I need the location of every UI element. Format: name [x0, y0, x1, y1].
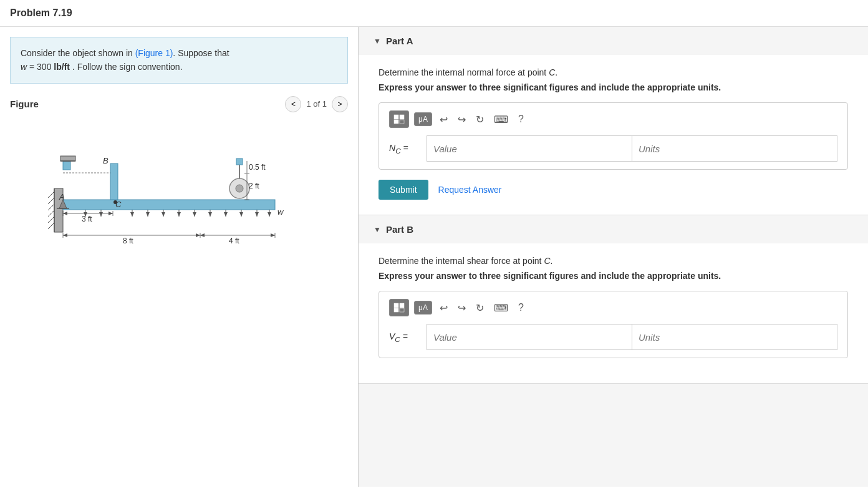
svg-marker-68	[239, 212, 243, 217]
figure-header: Figure < 1 of 1 >	[10, 96, 348, 112]
svg-rect-80	[400, 120, 404, 124]
page-title: Problem 7.19	[0, 0, 868, 27]
svg-line-2	[48, 192, 54, 198]
part-b-help-icon: ?	[518, 302, 524, 313]
part-b-input-group	[427, 324, 837, 350]
svg-point-21	[236, 185, 243, 192]
part-a-section: ▼ Part A Determine the internal normal f…	[359, 27, 868, 215]
part-a-input-group	[427, 135, 837, 162]
redo-button[interactable]: ↪	[455, 112, 468, 127]
svg-line-6	[48, 217, 54, 223]
part-b-chevron: ▼	[374, 225, 381, 234]
svg-text:A: A	[59, 192, 65, 202]
figure-canvas: A B	[10, 120, 348, 263]
part-b-keyboard-button[interactable]: ⌨	[491, 301, 511, 315]
svg-marker-45	[271, 233, 275, 237]
figure-page-indicator: 1 of 1	[306, 99, 327, 109]
undo-button[interactable]: ↩	[437, 112, 450, 127]
svg-rect-11	[110, 163, 118, 200]
part-a-action-row: Submit Request Answer	[379, 180, 848, 200]
svg-text:3 ft: 3 ft	[82, 215, 92, 223]
part-a-instruction: Express your answer to three significant…	[379, 82, 848, 92]
part-b-refresh-button[interactable]: ↻	[473, 301, 486, 315]
part-b-undo-button[interactable]: ↩	[437, 301, 450, 315]
svg-marker-40	[196, 233, 200, 237]
part-b-mu-button[interactable]: μΑ	[414, 301, 432, 315]
svg-marker-54	[130, 212, 134, 217]
part-a-value-input[interactable]	[427, 136, 632, 161]
keyboard-button[interactable]: ⌨	[491, 112, 511, 127]
part-b-instruction: Express your answer to three significant…	[379, 271, 848, 281]
part-a-input-row: NC =	[389, 135, 837, 162]
svg-text:4 ft: 4 ft	[229, 237, 239, 245]
part-a-header[interactable]: ▼ Part A	[359, 27, 868, 55]
figure-link[interactable]: (Figure 1)	[135, 48, 173, 58]
svg-marker-58	[162, 212, 165, 217]
left-panel: Consider the object shown in (Figure 1).…	[0, 27, 359, 487]
svg-point-48	[113, 200, 117, 204]
part-b-toolbar: μΑ ↩ ↪ ↻ ⌨ ?	[389, 299, 837, 316]
part-a-toolbar: μΑ ↩ ↪ ↻ ⌨ ?	[389, 110, 837, 128]
problem-statement: Consider the object shown in (Figure 1).…	[10, 37, 348, 84]
figure-nav: < 1 of 1 >	[285, 96, 348, 112]
part-b-section: ▼ Part B Determine the internal shear fo…	[359, 215, 868, 384]
svg-text:8 ft: 8 ft	[123, 237, 133, 245]
svg-rect-77	[394, 115, 398, 119]
svg-text:B: B	[103, 156, 109, 165]
part-a-title: Part A	[386, 36, 413, 46]
figure-next-button[interactable]: >	[332, 96, 348, 112]
svg-rect-82	[400, 303, 404, 308]
help-icon: ?	[518, 114, 524, 125]
svg-rect-12	[63, 161, 70, 170]
svg-marker-60	[177, 212, 181, 217]
svg-line-7	[48, 223, 54, 229]
part-b-matrix-icon-button[interactable]	[389, 299, 409, 316]
matrix-icon-button[interactable]	[389, 110, 409, 128]
svg-marker-39	[63, 233, 67, 237]
part-a-var-label: NC =	[389, 143, 420, 155]
part-b-input-row: VC =	[389, 324, 837, 350]
svg-text:w: w	[277, 207, 284, 217]
figure-section: Figure < 1 of 1 >	[10, 96, 348, 263]
svg-marker-66	[224, 212, 228, 217]
svg-rect-81	[394, 303, 398, 308]
figure-prev-button[interactable]: <	[285, 96, 301, 112]
svg-marker-56	[146, 212, 150, 217]
svg-rect-78	[400, 115, 404, 119]
svg-line-4	[48, 204, 54, 210]
svg-rect-83	[394, 308, 398, 312]
svg-marker-52	[99, 212, 103, 217]
part-a-chevron: ▼	[374, 37, 381, 46]
part-a-submit-button[interactable]: Submit	[379, 180, 428, 200]
figure-diagram: A B	[48, 126, 310, 257]
svg-marker-44	[200, 233, 205, 237]
svg-rect-18	[60, 156, 75, 161]
statement-prefix: Consider the object shown in	[21, 48, 135, 58]
part-a-request-answer-link[interactable]: Request Answer	[438, 185, 502, 195]
part-b-answer-box: μΑ ↩ ↪ ↻ ⌨ ? VC =	[379, 291, 848, 358]
svg-line-3	[48, 198, 54, 204]
part-a-answer-box: μΑ ↩ ↪ ↻ ⌨ ? NC =	[379, 102, 848, 170]
figure-label: Figure	[10, 99, 39, 109]
svg-marker-35	[109, 212, 113, 215]
refresh-button[interactable]: ↻	[473, 112, 486, 127]
part-b-title: Part B	[386, 224, 413, 235]
svg-line-5	[48, 210, 54, 217]
part-b-header[interactable]: ▼ Part B	[359, 215, 868, 243]
mu-button[interactable]: μΑ	[414, 112, 432, 126]
svg-text:0.5 ft: 0.5 ft	[249, 163, 266, 172]
svg-rect-8	[63, 200, 275, 210]
part-b-redo-button[interactable]: ↪	[455, 301, 468, 315]
part-a-description: Determine the internal normal force at p…	[379, 67, 848, 77]
part-a-body: Determine the internal normal force at p…	[359, 55, 868, 215]
svg-rect-79	[394, 120, 398, 124]
part-b-value-input[interactable]	[427, 325, 632, 349]
equation-line: w = 300 lb/ft . Follow the sign conventi…	[21, 62, 183, 72]
svg-text:2 ft: 2 ft	[249, 182, 259, 190]
svg-marker-62	[193, 212, 196, 217]
part-b-units-input[interactable]	[632, 325, 837, 349]
right-panel: ▼ Part A Determine the internal normal f…	[359, 27, 868, 487]
statement-suffix: . Suppose that	[173, 48, 229, 58]
part-a-units-input[interactable]	[632, 136, 837, 161]
part-b-var-label: VC =	[389, 331, 420, 343]
